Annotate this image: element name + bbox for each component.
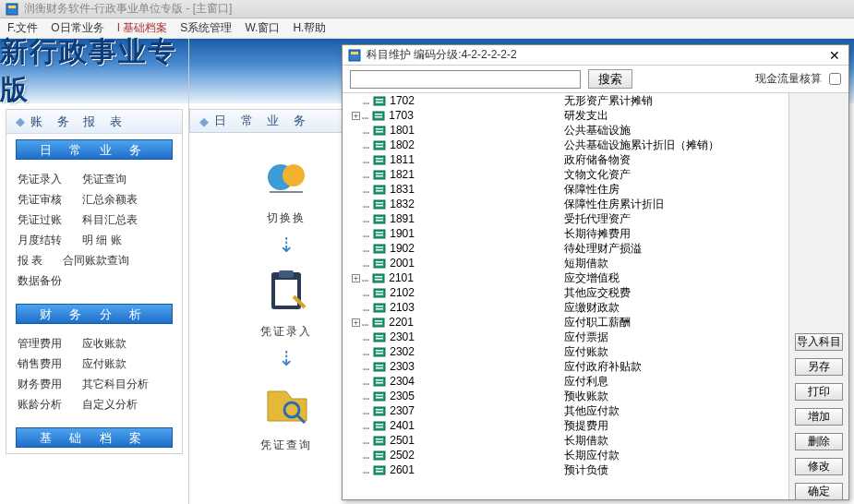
tree-row[interactable]: …2401预提费用: [343, 418, 788, 433]
nav-link[interactable]: 管理费用: [18, 336, 62, 352]
nav-link[interactable]: 财务费用: [18, 377, 62, 392]
svg-rect-17: [376, 128, 383, 130]
svg-rect-29: [376, 187, 383, 189]
nav-link[interactable]: 明 细 账: [82, 233, 122, 248]
svg-rect-82: [374, 451, 385, 460]
subject-name: 文物文化资产: [564, 167, 631, 183]
tree-row[interactable]: +…1703研发支出: [343, 108, 788, 123]
tree-row[interactable]: …1891受托代理资产: [343, 211, 788, 226]
tree-row[interactable]: …2307其他应付款: [343, 403, 788, 418]
svg-rect-71: [376, 394, 383, 396]
subject-name: 公共基础设施累计折旧（摊销）: [564, 138, 719, 153]
svg-rect-27: [376, 175, 383, 177]
tree-row[interactable]: …1831保障性住房: [343, 182, 788, 197]
nav-link[interactable]: 凭证录入: [18, 172, 62, 187]
subject-code: 2502: [390, 449, 445, 462]
expand-icon[interactable]: +: [352, 112, 360, 120]
add-button[interactable]: 增加: [795, 408, 843, 426]
menu-help[interactable]: H.帮助: [293, 20, 326, 36]
tree-row[interactable]: …2501长期借款: [343, 433, 788, 448]
nav-link[interactable]: 凭证审核: [18, 192, 62, 208]
entry-label: 凭证录入: [260, 324, 312, 340]
tree-row[interactable]: …2301应付票据: [343, 330, 788, 344]
tree-row[interactable]: …2601预计负债: [343, 462, 788, 477]
search-button[interactable]: 搜索: [588, 69, 632, 89]
subject-tree[interactable]: …1702无形资产累计摊销+…1703研发支出 …1801公共基础设施 …180…: [343, 93, 789, 499]
tree-row[interactable]: …1902待处理财产损溢: [343, 241, 788, 256]
tree-row[interactable]: …2502长期应付款: [343, 448, 788, 462]
savenew-button[interactable]: 另存: [795, 358, 843, 376]
tree-row[interactable]: …2103应缴财政款: [343, 300, 788, 315]
tree-row[interactable]: …1702无形资产累计摊销: [343, 93, 788, 108]
svg-rect-72: [376, 397, 383, 399]
svg-rect-55: [373, 318, 384, 327]
menu-window[interactable]: W.窗口: [245, 20, 280, 36]
nav-link[interactable]: 科目汇总表: [82, 212, 138, 228]
close-icon[interactable]: ✕: [826, 48, 843, 63]
tree-connector: …: [363, 227, 369, 240]
svg-rect-79: [374, 437, 385, 445]
dialog-icon: [348, 49, 361, 62]
tree-row[interactable]: …2102其他应交税费: [343, 285, 788, 300]
subject-code: 2301: [390, 330, 445, 343]
nav-link[interactable]: 应收账款: [82, 336, 126, 352]
tree-indent: [350, 360, 363, 373]
nav-link[interactable]: 其它科目分析: [82, 377, 149, 392]
tree-row[interactable]: …2305预收账款: [343, 389, 788, 403]
svg-rect-42: [376, 249, 383, 251]
ok-button[interactable]: 确定: [795, 483, 843, 499]
tree-row[interactable]: +…2101应交增值税: [343, 270, 788, 285]
nav-link[interactable]: 凭证查询: [82, 172, 126, 187]
print-button[interactable]: 打印: [795, 383, 843, 401]
tree-row[interactable]: …1811政府储备物资: [343, 152, 788, 167]
delete-button[interactable]: 删除: [795, 433, 843, 450]
import-button[interactable]: 导入科目: [795, 333, 843, 351]
tree-connector: …: [363, 94, 369, 107]
nav-link[interactable]: 合同账款查询: [63, 253, 129, 269]
tree-row[interactable]: …2303应付政府补贴款: [343, 359, 788, 374]
cashflow-checkbox[interactable]: [829, 73, 841, 85]
svg-rect-66: [376, 367, 383, 369]
tree-connector: …: [362, 271, 368, 284]
section-analysis[interactable]: 财 务 分 析: [16, 304, 173, 324]
search-input[interactable]: [350, 70, 581, 89]
tree-row[interactable]: …1821文物文化资产: [343, 167, 788, 182]
tree-row[interactable]: …1832保障性住房累计折旧: [343, 197, 788, 211]
subject-code: 2305: [390, 390, 445, 402]
subject-name: 预提费用: [564, 418, 608, 434]
nav-link[interactable]: 凭证过账: [18, 212, 62, 228]
section-basic[interactable]: 基 础 档 案: [16, 427, 173, 448]
entry-icon[interactable]: [260, 265, 312, 317]
nav-link[interactable]: 销售费用: [18, 356, 62, 372]
nav-link[interactable]: 自定义分析: [82, 397, 138, 413]
tree-row[interactable]: …2302应付账款: [343, 344, 788, 359]
svg-rect-62: [376, 350, 383, 352]
sidebar: 新行政事业专版 ◆ 账 务 报 表 日 常 业 务 凭证录入凭证查询凭证审核汇总…: [0, 39, 189, 504]
tree-row[interactable]: …1801公共基础设施: [343, 123, 788, 138]
svg-rect-16: [374, 126, 385, 135]
subject-dialog: 科目维护 编码分级:4-2-2-2-2-2 ✕ 搜索 现金流量核算 …1702无…: [342, 44, 849, 500]
tree-indent: [350, 153, 363, 166]
expand-icon[interactable]: +: [352, 318, 360, 327]
svg-rect-35: [376, 217, 383, 219]
nav-link[interactable]: 月度结转: [18, 233, 62, 248]
query-icon[interactable]: [260, 378, 312, 430]
section-daily[interactable]: 日 常 业 务: [16, 139, 173, 160]
nav-link[interactable]: 报 表: [18, 253, 42, 269]
svg-rect-33: [376, 205, 383, 207]
expand-icon[interactable]: +: [352, 274, 360, 282]
tree-row[interactable]: …1901长期待摊费用: [343, 226, 788, 241]
tree-row[interactable]: …1802公共基础设施累计折旧（摊销）: [343, 138, 788, 152]
nav-link[interactable]: 数据备份: [18, 273, 62, 289]
nav-link[interactable]: 账龄分析: [18, 397, 62, 413]
svg-rect-75: [376, 412, 383, 414]
nav-link[interactable]: 应付账款: [82, 356, 126, 372]
nav-link[interactable]: 汇总余额表: [82, 192, 138, 208]
tree-row[interactable]: +…2201应付职工薪酬: [343, 315, 788, 330]
tree-indent: [350, 419, 363, 432]
switch-icon[interactable]: [260, 151, 312, 203]
tree-row[interactable]: …2001短期借款: [343, 256, 788, 270]
modify-button[interactable]: 修改: [795, 458, 843, 475]
tree-indent: [350, 138, 363, 151]
tree-row[interactable]: …2304应付利息: [343, 374, 788, 389]
